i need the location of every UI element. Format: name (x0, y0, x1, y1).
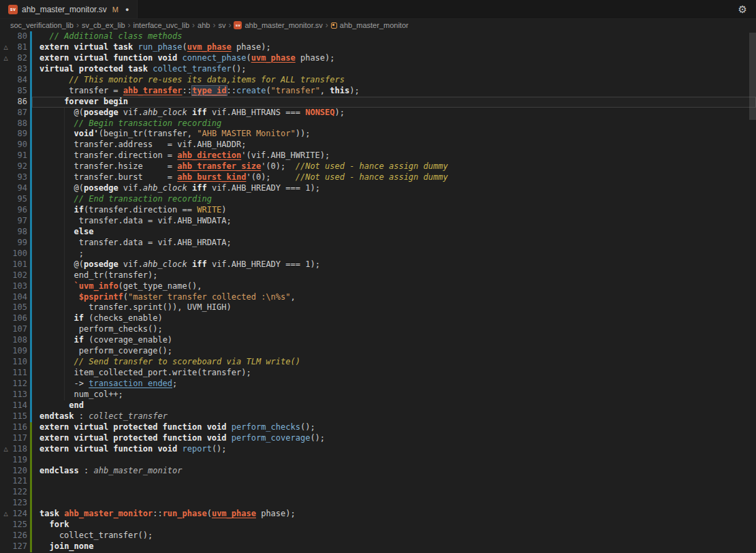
code-line-123[interactable]: 123 (0, 498, 756, 509)
line-number[interactable]: 83 (12, 64, 27, 75)
code-line-108[interactable]: 108 if (coverage_enable) (0, 335, 756, 346)
line-number[interactable]: 123 (12, 498, 27, 509)
line-number[interactable]: 106 (12, 313, 27, 324)
code-line-117[interactable]: 117extern virtual protected function voi… (0, 433, 756, 444)
vertical-scrollbar[interactable] (749, 33, 756, 120)
code-line-104[interactable]: 104 $psprintf("master transfer collected… (0, 292, 756, 303)
line-number[interactable]: 90 (12, 140, 27, 151)
code-line-87[interactable]: 87 @(posedge vif.ahb_clock iff vif.AHB_H… (0, 108, 756, 118)
breadcrumb-item-ahb[interactable]: ahb (198, 21, 210, 29)
code-line-97[interactable]: 97 transfer.data = vif.AHB_HWDATA; (0, 216, 756, 227)
breadcrumb-item-sv[interactable]: sv (218, 21, 225, 29)
line-number[interactable]: 114 (12, 400, 27, 411)
code-line-90[interactable]: 90 transfer.address = vif.AHB_HADDR; (0, 140, 756, 151)
line-number[interactable]: 87 (12, 108, 27, 118)
line-number[interactable]: 86 (12, 97, 27, 108)
code-line-126[interactable]: 126 collect_transfer(); (0, 531, 756, 541)
line-number[interactable]: 94 (12, 183, 27, 194)
line-number[interactable]: 105 (12, 302, 27, 313)
line-number[interactable]: 122 (12, 487, 27, 498)
code-line-107[interactable]: 107 perform_checks(); (0, 324, 756, 335)
line-number[interactable]: 111 (12, 368, 27, 379)
code-line-80[interactable]: 80 // Additional class methods (0, 31, 756, 42)
line-number[interactable]: 127 (12, 541, 27, 552)
line-number[interactable]: 80 (12, 31, 27, 42)
tab-ahb-master-monitor[interactable]: sv ahb_master_monitor.sv M ● (0, 0, 138, 18)
breadcrumb-item-ahb_master_monitor[interactable]: ahb_master_monitor (331, 21, 409, 29)
line-number[interactable]: 109 (12, 346, 27, 357)
code-line-111[interactable]: 111 item_collected_port.write(transfer); (0, 368, 756, 379)
code-line-110[interactable]: 110 // Send transfer to scoreboard via T… (0, 357, 756, 368)
line-number[interactable]: 120 (12, 466, 27, 477)
line-number[interactable]: 96 (12, 205, 27, 216)
line-number[interactable]: 95 (12, 194, 27, 205)
code-line-94[interactable]: 94 @(posedge vif.ahb_clock iff vif.AHB_H… (0, 183, 756, 194)
line-number[interactable]: 88 (12, 118, 27, 129)
code-line-119[interactable]: 119 (0, 455, 756, 466)
code-line-84[interactable]: 84 // This monitor re-uses its data,item… (0, 75, 756, 86)
code-line-100[interactable]: 100 ; (0, 249, 756, 259)
line-number[interactable]: 82 (12, 53, 27, 64)
code-line-124[interactable]: △124task ahb_master_monitor::run_phase(u… (0, 509, 756, 520)
code-line-85[interactable]: 85 transfer = ahb_transfer::type_id::cre… (0, 86, 756, 97)
code-line-82[interactable]: △82extern virtual function void connect_… (0, 53, 756, 64)
line-number[interactable]: 126 (12, 531, 27, 541)
code-line-125[interactable]: 125 fork (0, 520, 756, 531)
unsaved-dot-icon[interactable]: ● (125, 6, 129, 13)
line-number[interactable]: 81 (12, 42, 27, 53)
line-number[interactable]: 92 (12, 161, 27, 172)
line-number[interactable]: 100 (12, 249, 27, 259)
line-number[interactable]: 98 (12, 227, 27, 238)
code-line-92[interactable]: 92 transfer.hsize = ahb_transfer_size'(0… (0, 161, 756, 172)
code-line-114[interactable]: 114 end (0, 400, 756, 411)
line-number[interactable]: 93 (12, 172, 27, 183)
code-line-120[interactable]: 120endclass : ahb_master_monitor (0, 466, 756, 477)
line-number[interactable]: 103 (12, 281, 27, 292)
code-line-89[interactable]: 89 void'(begin_tr(transfer, "AHB MASTER … (0, 129, 756, 140)
line-number[interactable]: 91 (12, 151, 27, 161)
code-line-127[interactable]: 127 join_none (0, 541, 756, 552)
line-number[interactable]: 110 (12, 357, 27, 368)
code-line-98[interactable]: 98 else (0, 227, 756, 238)
line-number[interactable]: 104 (12, 292, 27, 303)
code-line-118[interactable]: △118extern virtual function void report(… (0, 444, 756, 455)
code-line-103[interactable]: 103 `uvm_info(get_type_name(), (0, 281, 756, 292)
code-line-121[interactable]: 121 (0, 476, 756, 487)
line-number[interactable]: 89 (12, 129, 27, 140)
code-line-116[interactable]: 116extern virtual protected function voi… (0, 422, 756, 433)
code-line-81[interactable]: △81extern virtual task run_phase(uvm_pha… (0, 42, 756, 53)
line-number[interactable]: 119 (12, 455, 27, 466)
line-number[interactable]: 121 (12, 476, 27, 487)
code-line-115[interactable]: 115endtask : collect_transfer (0, 411, 756, 422)
code-line-88[interactable]: 88 // Begin transaction recording (0, 118, 756, 129)
code-line-113[interactable]: 113 num_col++; (0, 390, 756, 400)
code-line-112[interactable]: 112 -> transaction_ended; (0, 379, 756, 390)
code-line-106[interactable]: 106 if (checks_enable) (0, 313, 756, 324)
code-line-91[interactable]: 91 transfer.direction = ahb_direction'(v… (0, 151, 756, 161)
code-line-105[interactable]: 105 transfer.sprint()), UVM_HIGH) (0, 302, 756, 313)
line-number[interactable]: 84 (12, 75, 27, 86)
line-number[interactable]: 124 (12, 509, 27, 520)
code-line-99[interactable]: 99 transfer.data = vif.AHB_HRDATA; (0, 238, 756, 249)
code-line-109[interactable]: 109 perform_coverage(); (0, 346, 756, 357)
code-line-93[interactable]: 93 transfer.burst = ahb_burst_kind'(0); … (0, 172, 756, 183)
line-number[interactable]: 99 (12, 238, 27, 249)
line-number[interactable]: 101 (12, 259, 27, 270)
line-number[interactable]: 118 (12, 444, 27, 455)
line-number[interactable]: 113 (12, 390, 27, 400)
code-line-95[interactable]: 95 // End transaction recording (0, 194, 756, 205)
settings-gear-icon[interactable]: ⚙ (738, 0, 747, 19)
line-number[interactable]: 102 (12, 270, 27, 281)
code-line-122[interactable]: 122 (0, 487, 756, 498)
line-number[interactable]: 85 (12, 86, 27, 97)
code-line-86[interactable]: 86 forever begin (0, 97, 756, 108)
code-editor[interactable]: 80 // Additional class methods△81extern … (0, 31, 756, 552)
breadcrumb-item-sv_cb_ex_lib[interactable]: sv_cb_ex_lib (82, 21, 125, 29)
code-line-102[interactable]: 102 end_tr(transfer); (0, 270, 756, 281)
breadcrumb-item-ahb_master_monitor.sv[interactable]: svahb_master_monitor.sv (234, 21, 322, 29)
line-number[interactable]: 116 (12, 422, 27, 433)
line-number[interactable]: 125 (12, 520, 27, 531)
line-number[interactable]: 107 (12, 324, 27, 335)
line-number[interactable]: 115 (12, 411, 27, 422)
breadcrumb-item-interface_uvc_lib[interactable]: interface_uvc_lib (133, 21, 190, 29)
